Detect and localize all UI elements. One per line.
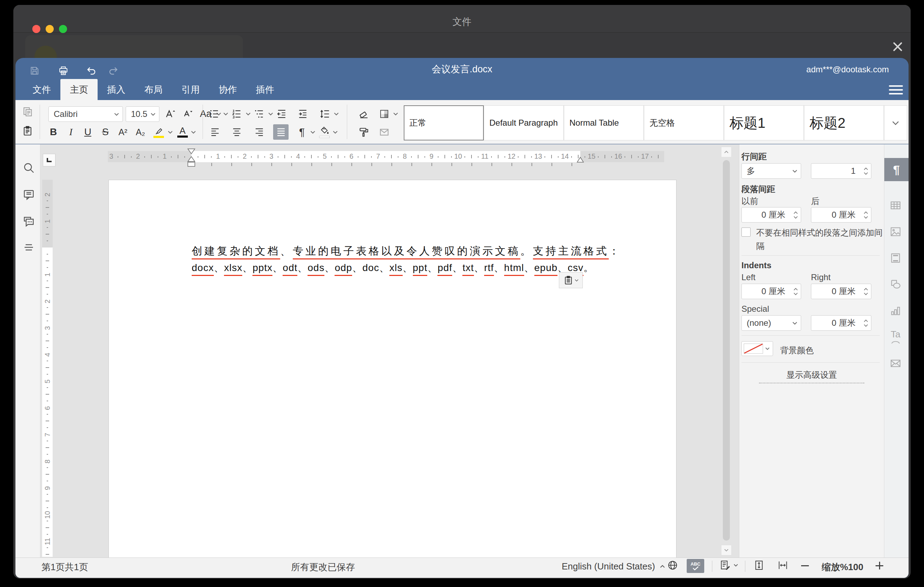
style-cell-3[interactable]: 无空格 xyxy=(644,106,724,140)
underline-button[interactable]: U xyxy=(80,124,96,140)
justify-button[interactable] xyxy=(273,124,289,140)
highlight-color-menu-button[interactable] xyxy=(167,124,174,140)
spellcheck-button[interactable]: ABC xyxy=(687,559,704,573)
borders-button[interactable] xyxy=(376,106,392,122)
clear-style-button[interactable] xyxy=(356,106,371,122)
superscript-button[interactable]: A² xyxy=(115,124,130,140)
increase-indent-button[interactable] xyxy=(295,106,310,122)
background-color-picker[interactable] xyxy=(741,341,773,356)
style-cell-0[interactable]: 正常 xyxy=(404,106,484,140)
print-button[interactable] xyxy=(56,63,71,78)
paste-button[interactable] xyxy=(20,123,35,139)
image-settings-tab[interactable] xyxy=(889,226,901,238)
track-changes-button[interactable] xyxy=(720,560,738,571)
special-indent-stepper[interactable]: 0 厘米 xyxy=(811,315,871,331)
bold-button[interactable]: B xyxy=(46,124,61,140)
font-color-menu-button[interactable] xyxy=(190,124,197,140)
decrease-indent-button[interactable] xyxy=(274,106,289,122)
stepper-arrows-icon[interactable] xyxy=(864,163,868,178)
paragraph-marks-button[interactable]: ¶ xyxy=(294,124,310,140)
chat-button[interactable] xyxy=(23,215,35,228)
highlight-color-button[interactable] xyxy=(151,124,167,140)
line-spacing-value-stepper[interactable]: 1 xyxy=(811,163,871,179)
indent-right-stepper[interactable]: 0 厘米 xyxy=(811,284,871,299)
style-cell-2[interactable]: Normal Table xyxy=(564,106,644,140)
style-cell-1[interactable]: Default Paragraph xyxy=(484,106,564,140)
tab-4[interactable]: 引用 xyxy=(172,79,209,100)
traffic-light-close-button[interactable] xyxy=(32,25,40,33)
show-advanced-settings-link[interactable]: 显示高级设置 xyxy=(759,369,864,383)
ruler-corner-box[interactable] xyxy=(43,154,56,167)
zoom-out-button[interactable] xyxy=(799,560,811,572)
indent-left-stepper[interactable]: 0 厘米 xyxy=(741,284,801,299)
line-spacing-menu-button[interactable] xyxy=(332,106,340,122)
shape-settings-tab[interactable] xyxy=(889,279,901,290)
line-spacing-type-select[interactable]: 多 xyxy=(741,163,801,179)
document-scrollbar[interactable] xyxy=(720,145,732,557)
table-settings-tab[interactable] xyxy=(889,200,901,211)
tab-1[interactable]: 主页 xyxy=(60,79,97,100)
copy-button[interactable] xyxy=(20,104,35,119)
mail-merge-button[interactable] xyxy=(376,124,392,140)
fit-page-button[interactable] xyxy=(753,560,765,571)
stepper-arrows-icon[interactable] xyxy=(864,284,868,299)
fit-width-button[interactable] xyxy=(777,560,789,571)
multilevel-list-button[interactable] xyxy=(251,106,267,122)
align-right-button[interactable] xyxy=(251,124,267,140)
headerfooter-settings-tab[interactable] xyxy=(889,252,901,264)
paste-options-button[interactable] xyxy=(559,272,583,288)
decrease-font-button[interactable] xyxy=(180,106,195,122)
borders-menu-button[interactable] xyxy=(392,106,399,122)
subscript-button[interactable]: A₂ xyxy=(133,124,148,140)
hamburger-menu-button[interactable] xyxy=(888,84,904,96)
stepper-arrows-icon[interactable] xyxy=(794,284,798,299)
strikethrough-button[interactable]: S xyxy=(97,124,113,140)
font-name-select[interactable]: Calibri xyxy=(48,106,123,122)
styles-gallery-expand-button[interactable] xyxy=(884,106,907,140)
tab-3[interactable]: 布局 xyxy=(135,79,172,100)
paragraph-shading-menu-button[interactable] xyxy=(332,124,339,140)
undo-button[interactable] xyxy=(84,63,99,78)
font-size-select[interactable]: 10.5 xyxy=(126,106,159,122)
increase-font-button[interactable] xyxy=(162,106,178,122)
document-page[interactable]: 创建复杂的文档、专业的电子表格以及令人赞叹的演示文稿。支持主流格式： docx、… xyxy=(109,180,676,557)
spacing-after-stepper[interactable]: 0 厘米 xyxy=(811,207,871,223)
vertical-ruler[interactable]: 211234567891011 xyxy=(42,180,53,557)
paragraph-shading-button[interactable] xyxy=(317,124,332,140)
style-cell-5[interactable]: 标题2 xyxy=(804,106,884,140)
traffic-light-minimize-button[interactable] xyxy=(46,25,54,33)
scrollbar-thumb[interactable] xyxy=(723,160,730,541)
paragraph-marks-menu-button[interactable] xyxy=(309,124,317,140)
tab-2[interactable]: 插入 xyxy=(97,79,135,100)
tab-0[interactable]: 文件 xyxy=(23,79,60,100)
mailmerge-settings-tab[interactable] xyxy=(889,358,901,369)
no-space-checkbox[interactable] xyxy=(741,228,751,237)
scrollbar-down-button[interactable] xyxy=(721,545,732,556)
language-selector[interactable]: English (United States) xyxy=(562,561,665,572)
zoom-level[interactable]: 缩放%100 xyxy=(818,561,867,573)
spacing-before-stepper[interactable]: 0 厘米 xyxy=(741,207,801,223)
scrollbar-up-button[interactable] xyxy=(721,147,732,157)
align-center-button[interactable] xyxy=(229,124,244,140)
chart-settings-tab[interactable] xyxy=(889,305,901,317)
comments-button[interactable] xyxy=(23,188,35,201)
tab-6[interactable]: 插件 xyxy=(246,79,284,100)
navigation-button[interactable] xyxy=(23,242,35,254)
bullet-list-button[interactable] xyxy=(206,106,222,122)
save-button[interactable] xyxy=(27,63,42,78)
set-language-button[interactable] xyxy=(667,560,678,571)
textart-settings-tab[interactable]: Ta xyxy=(889,331,901,343)
font-color-button[interactable]: A xyxy=(175,124,190,140)
tab-5[interactable]: 协作 xyxy=(209,79,246,100)
first-line-indent-marker[interactable] xyxy=(187,148,196,168)
page-number-status[interactable]: 第1页共1页 xyxy=(41,561,88,573)
line-spacing-button[interactable] xyxy=(317,106,332,122)
numbered-list-button[interactable] xyxy=(229,106,244,122)
paragraph-settings-tab[interactable]: ¶ xyxy=(884,158,909,181)
traffic-light-zoom-button[interactable] xyxy=(59,25,67,33)
special-indent-select[interactable]: (none) xyxy=(741,315,801,331)
stepper-arrows-icon[interactable] xyxy=(864,316,868,330)
style-cell-4[interactable]: 标题1 xyxy=(724,106,804,140)
close-overlay-button[interactable] xyxy=(889,39,906,55)
multilevel-list-menu-button[interactable] xyxy=(267,106,274,122)
